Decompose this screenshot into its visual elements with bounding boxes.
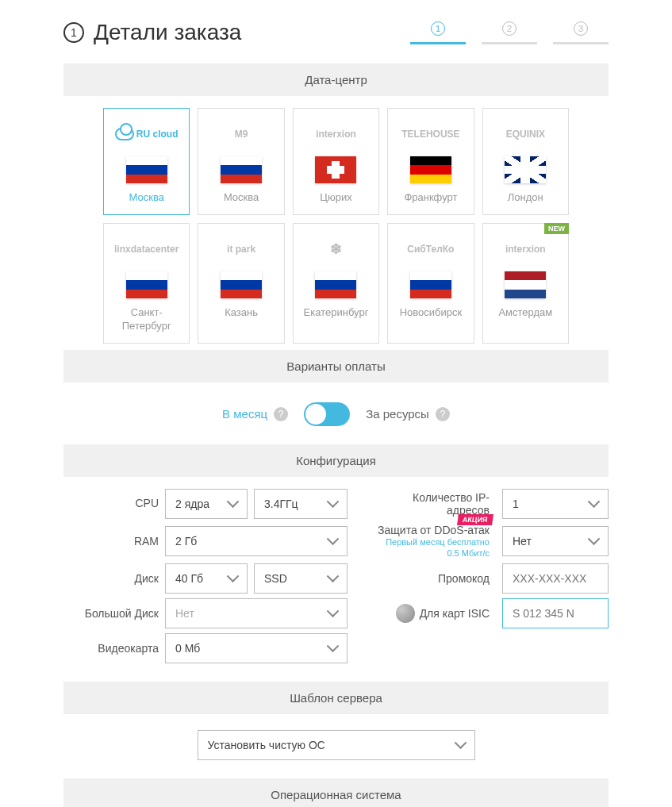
ram-select[interactable]: 2 Гб (165, 526, 348, 556)
gpu-select[interactable]: 0 Мб (165, 633, 348, 663)
dc-card-novosibirsk[interactable]: СибТелКо Новосибирск (387, 223, 474, 344)
header: 1 Детали заказа 1 2 3 (63, 0, 609, 57)
ddos-select[interactable]: Нет (502, 526, 609, 556)
promo-label: Промокод (371, 572, 496, 585)
dc-city: Екатеринбург (298, 306, 374, 320)
template-select[interactable]: Установить чистую ОС (198, 730, 475, 760)
flag-ch-icon (315, 156, 356, 183)
dc-logo: RU cloud (109, 123, 184, 145)
isic-icon (396, 604, 415, 623)
dc-city: Франкфурт (393, 191, 468, 205)
dc-card-frankfurt[interactable]: TELEHOUSE Франкфурт (387, 108, 474, 215)
flag-de-icon (410, 156, 451, 183)
dc-card-moscow-rucloud[interactable]: RU cloud Москва (103, 108, 190, 215)
gpu-label: Видеокарта (63, 642, 159, 655)
help-icon[interactable]: ? (274, 407, 288, 421)
section-template: Шаблон сервера (63, 682, 609, 714)
dc-logo: М9 (203, 123, 278, 145)
bigdisk-select[interactable]: Нет (165, 598, 348, 628)
dc-city: Новосибирск (393, 306, 468, 320)
page-title: Детали заказа (94, 20, 241, 45)
dc-card-london[interactable]: EQUINIX Лондон (482, 108, 569, 215)
ddos-sub1: Первый месяц бесплатно (371, 536, 490, 548)
ddos-label: Защита от DDoS-атак (371, 524, 490, 536)
step-tab-3[interactable]: 3 (553, 21, 609, 44)
flag-ru-icon (221, 271, 262, 298)
disk-size-select[interactable]: 40 Гб (165, 563, 248, 594)
step-tab-1[interactable]: 1 (410, 21, 466, 44)
dc-city: Амстердам (488, 306, 563, 320)
dc-logo: interxion (488, 238, 563, 260)
cpu-freq-select[interactable]: 3.4ГГц (254, 489, 348, 519)
bigdisk-label: Большой Диск (63, 607, 159, 621)
flag-ru-icon (221, 156, 262, 183)
flag-uk-icon (505, 156, 546, 183)
flag-nl-icon (505, 271, 546, 298)
dc-logo: interxion (298, 123, 374, 145)
flag-ru-icon (126, 271, 167, 298)
payment-resources[interactable]: За ресурсы ? (366, 407, 450, 421)
isic-label: Для карт ISIC (420, 607, 490, 620)
dc-logo: СибТелКо (393, 238, 468, 260)
isic-input[interactable] (502, 598, 609, 628)
snowflake-icon: ❄ (298, 238, 374, 260)
dc-city: Санкт-Петербург (109, 306, 184, 333)
dc-card-moscow-m9[interactable]: М9 Москва (198, 108, 284, 215)
ip-label: Количество IP-адресов (371, 491, 496, 517)
dc-card-zurich[interactable]: interxion Цюрих (293, 108, 379, 215)
section-os: Операционная система (63, 778, 609, 807)
ip-select[interactable]: 1 (502, 489, 609, 519)
dc-card-spb[interactable]: linxdatacenter Санкт-Петербург (103, 223, 190, 344)
toggle-knob (305, 404, 326, 425)
payment-toggle[interactable] (304, 402, 350, 426)
new-badge: NEW (544, 223, 569, 234)
disk-label: Диск (63, 572, 159, 586)
flag-ru-icon (315, 271, 356, 298)
ram-label: RAM (63, 535, 159, 548)
disk-type-select[interactable]: SSD (254, 563, 348, 594)
dc-logo: linxdatacenter (109, 238, 184, 260)
payment-monthly[interactable]: В месяц ? (222, 407, 288, 421)
promo-input[interactable] (502, 563, 609, 594)
dc-city: Цюрих (298, 191, 374, 205)
dc-city: Лондон (488, 191, 563, 205)
flag-ru-icon (410, 271, 451, 298)
section-datacenter: Дата-центр (63, 63, 609, 96)
step-tabs: 1 2 3 (410, 21, 609, 44)
step-badge: 1 (63, 22, 84, 43)
cpu-label: CPU (63, 497, 159, 510)
dc-card-kazan[interactable]: it park Казань (198, 223, 284, 344)
promo-badge: АКЦИЯ (458, 514, 493, 525)
step-tab-2[interactable]: 2 (482, 21, 537, 44)
datacenter-grid: RU cloud Москва М9 Москва interxion Цюри… (63, 108, 609, 344)
section-payment: Варианты оплаты (63, 350, 609, 382)
dc-city: Москва (203, 191, 278, 205)
flag-ru-icon (126, 156, 167, 183)
ddos-sub2: 0.5 Мбит/с (371, 548, 490, 559)
section-config: Конфигурация (63, 444, 609, 477)
dc-card-ekb[interactable]: ❄ Екатеринбург (293, 223, 379, 344)
dc-city: Москва (109, 191, 184, 205)
help-icon[interactable]: ? (436, 407, 450, 421)
dc-city: Казань (203, 306, 278, 320)
dc-logo: it park (203, 238, 278, 260)
cpu-cores-select[interactable]: 2 ядра (165, 489, 248, 519)
dc-card-amsterdam[interactable]: NEW interxion Амстердам (482, 223, 569, 344)
dc-logo: EQUINIX (488, 123, 563, 145)
dc-logo: TELEHOUSE (393, 123, 468, 145)
